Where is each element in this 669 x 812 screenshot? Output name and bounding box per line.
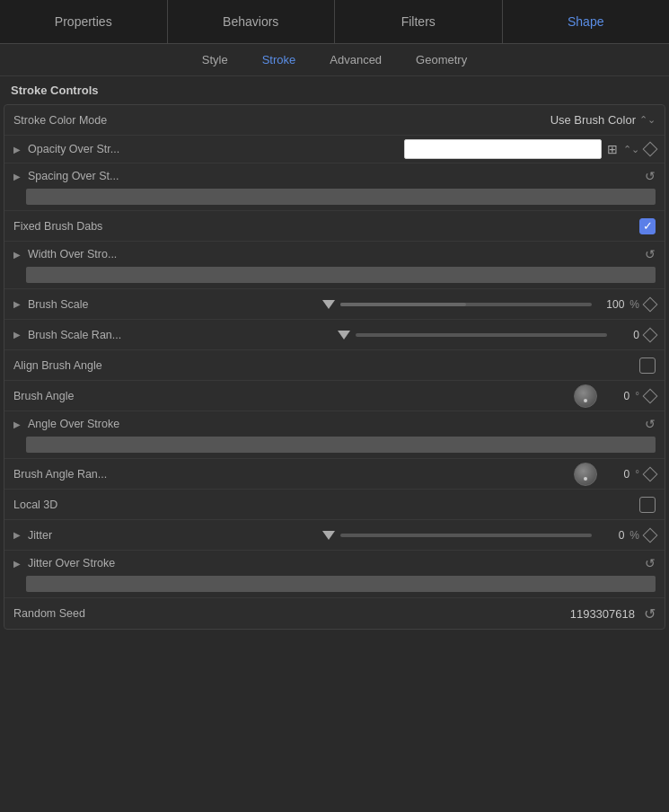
dial-indicator xyxy=(584,477,587,481)
angle-over-stroke-row: ▶ Angle Over Stroke ↺ xyxy=(4,411,665,459)
brush-scale-thumb[interactable] xyxy=(322,300,335,309)
brush-scale-slider[interactable] xyxy=(340,303,592,306)
width-over-stroke-expand[interactable]: ▶ Width Over Stro... xyxy=(13,248,175,260)
stroke-controls-header: Stroke Controls xyxy=(0,76,669,104)
random-seed-refresh-icon[interactable]: ↺ xyxy=(644,605,656,622)
expand-icon: ▶ xyxy=(13,145,22,154)
align-brush-angle-label: Align Brush Angle xyxy=(13,359,175,372)
jitter-reset-icon[interactable]: ↺ xyxy=(645,556,656,570)
align-brush-angle-control xyxy=(175,357,656,374)
jitter-diamond[interactable] xyxy=(643,527,658,543)
brush-angle-unit: ° xyxy=(635,390,639,402)
brush-scale-unit: % xyxy=(629,298,639,311)
tab-filters[interactable]: Filters xyxy=(335,0,503,43)
subtab-stroke[interactable]: Stroke xyxy=(259,51,300,68)
jitter-over-stroke-expand[interactable]: ▶ Jitter Over Stroke xyxy=(13,557,175,569)
spacing-over-stroke-expand[interactable]: ▶ Spacing Over St... xyxy=(13,170,175,182)
brush-angle-range-label: Brush Angle Ran... xyxy=(13,468,175,481)
brush-scale-range-control: 0 xyxy=(175,329,656,341)
expand-icon: ▶ xyxy=(13,419,22,429)
jitter-control: 0 % xyxy=(175,529,656,542)
fixed-brush-dabs-row: Fixed Brush Dabs ✓ xyxy=(4,211,665,242)
stroke-color-mode-row: Stroke Color Mode Use Brush Color ⌃⌄ xyxy=(4,105,665,136)
select-arrows-icon: ⌃⌄ xyxy=(639,114,656,126)
stroke-color-mode-label: Stroke Color Mode xyxy=(13,114,175,127)
top-tab-bar: Properties Behaviors Filters Shape xyxy=(0,0,669,44)
spacing-graph-bar xyxy=(26,189,656,205)
brush-angle-range-row: Brush Angle Ran... 0 ° xyxy=(4,459,665,490)
brush-scale-range-diamond[interactable] xyxy=(643,327,658,342)
tab-shape[interactable]: Shape xyxy=(503,0,670,43)
brush-scale-range-value: 0 xyxy=(612,329,639,341)
brush-angle-dial[interactable] xyxy=(574,384,597,408)
jitter-expand[interactable]: ▶ Jitter xyxy=(13,529,175,542)
brush-scale-range-expand[interactable]: ▶ Brush Scale Ran... xyxy=(13,329,175,341)
expand-icon: ▶ xyxy=(13,172,22,181)
random-seed-label: Random Seed xyxy=(13,607,175,620)
sub-tab-bar: Style Stroke Advanced Geometry xyxy=(0,44,669,76)
brush-scale-value: 100 xyxy=(597,298,624,311)
brush-scale-keyframe-diamond[interactable] xyxy=(643,296,658,312)
jitter-graph-bar xyxy=(26,576,656,592)
tab-behaviors[interactable]: Behaviors xyxy=(168,0,336,43)
angle-over-stroke-expand[interactable]: ▶ Angle Over Stroke xyxy=(13,418,175,430)
width-over-stroke-row: ▶ Width Over Stro... ↺ xyxy=(4,242,665,289)
local-3d-label: Local 3D xyxy=(13,499,175,511)
tab-properties[interactable]: Properties xyxy=(0,0,168,43)
fixed-brush-dabs-label: Fixed Brush Dabs xyxy=(13,220,175,233)
stroke-color-mode-select[interactable]: Use Brush Color ⌃⌄ xyxy=(550,113,656,127)
brush-angle-range-dial[interactable] xyxy=(574,463,597,486)
spacing-over-stroke-control: ↺ xyxy=(175,169,656,183)
subtab-geometry[interactable]: Geometry xyxy=(412,51,471,68)
opacity-keyframe-diamond[interactable] xyxy=(643,142,658,157)
fixed-brush-dabs-checkbox[interactable]: ✓ xyxy=(639,218,656,234)
angle-reset-icon[interactable]: ↺ xyxy=(645,417,656,431)
jitter-slider[interactable] xyxy=(340,534,592,537)
expand-icon: ▶ xyxy=(13,250,22,260)
opacity-over-stroke-row: ▶ Opacity Over Str... ⊞ ⌃⌄ xyxy=(4,136,665,163)
opacity-over-stroke-expand[interactable]: ▶ Opacity Over Str... xyxy=(13,143,175,155)
opacity-arrows-icon: ⌃⌄ xyxy=(623,144,639,155)
expand-icon: ▶ xyxy=(13,330,22,340)
brush-angle-label: Brush Angle xyxy=(13,390,175,402)
jitter-over-stroke-control: ↺ xyxy=(175,556,656,570)
spacing-reset-icon[interactable]: ↺ xyxy=(645,169,656,183)
align-brush-angle-checkbox[interactable] xyxy=(639,357,656,374)
brush-angle-diamond[interactable] xyxy=(643,388,658,403)
stroke-color-mode-control: Use Brush Color ⌃⌄ xyxy=(175,113,656,127)
brush-angle-value: 0 xyxy=(603,390,629,402)
opacity-gradient-bar[interactable] xyxy=(404,139,602,159)
width-reset-icon[interactable]: ↺ xyxy=(645,247,656,261)
copy-icon[interactable]: ⊞ xyxy=(607,142,618,156)
expand-icon: ▶ xyxy=(13,299,22,309)
random-seed-row: Random Seed 1193307618 ↺ xyxy=(4,598,665,629)
brush-angle-control: 0 ° xyxy=(175,384,656,408)
brush-scale-fill xyxy=(340,303,466,306)
random-seed-control: 1193307618 ↺ xyxy=(175,605,656,622)
brush-scale-expand[interactable]: ▶ Brush Scale xyxy=(13,298,175,311)
local-3d-control xyxy=(175,497,656,513)
subtab-advanced[interactable]: Advanced xyxy=(326,51,385,68)
brush-scale-range-row: ▶ Brush Scale Ran... 0 xyxy=(4,320,665,350)
brush-scale-row: ▶ Brush Scale 100 % xyxy=(4,289,665,320)
local-3d-row: Local 3D xyxy=(4,490,665,520)
brush-angle-range-diamond[interactable] xyxy=(643,466,658,481)
jitter-over-stroke-row: ▶ Jitter Over Stroke ↺ xyxy=(4,551,665,598)
brush-scale-control: 100 % xyxy=(175,298,656,311)
dial-indicator xyxy=(584,399,587,402)
opacity-over-stroke-control: ⊞ ⌃⌄ xyxy=(175,139,656,159)
brush-scale-range-slider[interactable] xyxy=(356,333,607,337)
angle-graph-bar xyxy=(26,437,656,453)
fixed-brush-dabs-control: ✓ xyxy=(175,218,656,234)
expand-icon: ▶ xyxy=(13,530,22,540)
jitter-thumb[interactable] xyxy=(322,531,335,540)
brush-angle-range-control: 0 ° xyxy=(175,463,656,486)
subtab-style[interactable]: Style xyxy=(198,51,232,68)
brush-scale-range-thumb[interactable] xyxy=(338,331,350,340)
local-3d-checkbox[interactable] xyxy=(639,497,656,513)
random-seed-value: 1193307618 xyxy=(570,607,635,621)
brush-angle-range-value: 0 xyxy=(603,468,629,481)
jitter-value: 0 xyxy=(597,529,624,542)
angle-over-stroke-control: ↺ xyxy=(175,417,656,431)
brush-angle-row: Brush Angle 0 ° xyxy=(4,381,665,411)
